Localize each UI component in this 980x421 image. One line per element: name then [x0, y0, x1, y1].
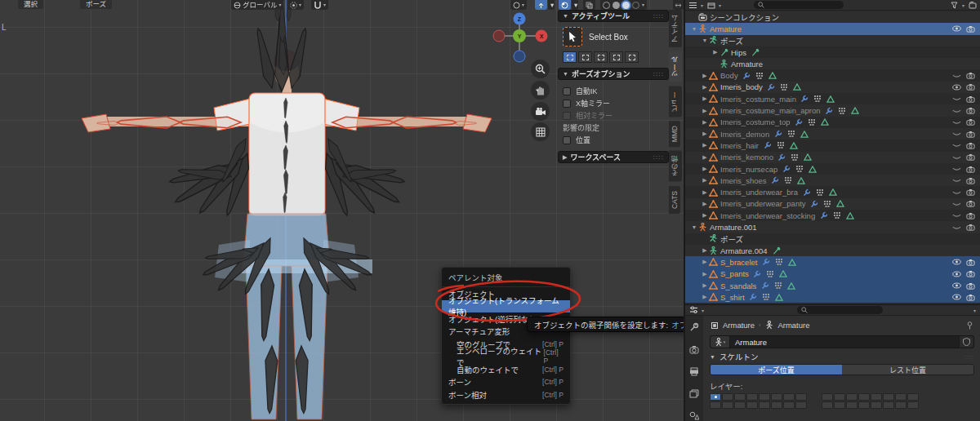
- layer-cell[interactable]: [710, 393, 721, 401]
- checkbox[interactable]: [563, 100, 571, 108]
- outliner-item-name[interactable]: ポーズ: [720, 35, 743, 47]
- sidebar-tab-ビュー[interactable]: ビュー: [669, 86, 682, 117]
- eye-closed-icon[interactable]: [952, 223, 961, 232]
- outliner-item-name[interactable]: Armature.004: [720, 246, 768, 255]
- eye-closed-icon[interactable]: [952, 117, 961, 126]
- eye-closed-icon[interactable]: [952, 141, 961, 150]
- outliner-item-name[interactable]: Armature: [731, 60, 763, 69]
- render-visibility-camera-icon[interactable]: [966, 24, 975, 33]
- camera-view-button[interactable]: [531, 102, 550, 121]
- outliner-row[interactable]: ▶Imeris_underwear_stocking: [685, 210, 980, 221]
- render-visibility-camera-icon[interactable]: [966, 199, 975, 208]
- outliner-row[interactable]: ▶Imeris_costume_main: [685, 93, 980, 104]
- outliner-item-name[interactable]: S_pants: [720, 269, 749, 278]
- layer-cell[interactable]: [871, 401, 882, 409]
- checkbox-row[interactable]: 自動IK: [563, 85, 664, 97]
- properties-tab-view-layer[interactable]: [689, 387, 699, 401]
- layer-cell[interactable]: [822, 393, 833, 401]
- snap-dropdown[interactable]: ▾: [311, 0, 328, 10]
- properties-options-caret[interactable]: ▾: [973, 308, 976, 313]
- disclosure-toggle[interactable]: ▶: [701, 247, 709, 254]
- render-visibility-camera-icon[interactable]: [966, 165, 975, 174]
- outliner-row[interactable]: ▼Armature.001: [685, 221, 980, 233]
- disclosure-toggle[interactable]: ▶: [701, 131, 709, 137]
- disclosure-toggle[interactable]: ▶: [701, 271, 709, 277]
- disclosure-toggle[interactable]: ▶: [701, 201, 709, 207]
- outliner-row[interactable]: ポーズ: [685, 233, 980, 245]
- layer-cell[interactable]: [795, 401, 807, 409]
- transform-orientation-dropdown[interactable]: グローバル▾: [231, 0, 283, 10]
- layer-cell[interactable]: [746, 401, 758, 409]
- eye-open-icon[interactable]: [952, 258, 961, 267]
- render-visibility-camera-icon[interactable]: [966, 258, 975, 267]
- grid-ortho-button[interactable]: [531, 122, 550, 141]
- outliner-item-name[interactable]: S_bracelet: [720, 258, 757, 267]
- pivot-point-dropdown[interactable]: ▾: [287, 0, 304, 10]
- eye-closed-icon[interactable]: [952, 153, 961, 162]
- outliner-row[interactable]: ▶Imeris_body: [685, 82, 980, 93]
- render-visibility-camera-icon[interactable]: [966, 269, 975, 278]
- outliner-item-name[interactable]: Imeris_underwear_bra: [720, 188, 798, 197]
- breadcrumb-scene[interactable]: Armature: [723, 321, 755, 330]
- properties-editor-icon[interactable]: [689, 306, 698, 315]
- outliner-item-name[interactable]: Armature.001: [710, 223, 757, 232]
- layer-cell[interactable]: [722, 393, 733, 401]
- render-visibility-camera-icon[interactable]: [966, 281, 975, 290]
- eye-closed-icon[interactable]: [952, 188, 961, 197]
- render-visibility-camera-icon[interactable]: [966, 95, 975, 104]
- filter-caret[interactable]: ▾: [962, 2, 964, 8]
- eye-open-icon[interactable]: [952, 281, 961, 290]
- disclosure-toggle[interactable]: ▶: [701, 119, 709, 126]
- disclosure-toggle[interactable]: ▶: [701, 84, 709, 91]
- expand-arrows-icon[interactable]: [673, 0, 684, 10]
- layer-cell[interactable]: [834, 393, 845, 401]
- outliner-item-name[interactable]: Imeris_nursecap: [720, 165, 777, 174]
- position-checkbox[interactable]: [563, 136, 571, 144]
- gizmo-caret[interactable]: ▾: [548, 0, 555, 10]
- outliner-search-input[interactable]: [754, 1, 844, 9]
- layer-cell[interactable]: [722, 401, 733, 409]
- context-menu-item[interactable]: オブジェクト(トランスフォーム維持): [442, 300, 570, 313]
- outliner-row[interactable]: ▶Body: [685, 70, 980, 82]
- editor-type-icon[interactable]: [688, 1, 697, 10]
- layer-cell[interactable]: [783, 401, 795, 409]
- outliner-row[interactable]: ▶S_bracelet: [685, 256, 980, 268]
- layer-cell[interactable]: [858, 401, 870, 409]
- checkbox-row[interactable]: X軸ミラー: [563, 97, 664, 109]
- outliner-item-name[interactable]: Imeris_shoes: [720, 176, 767, 185]
- menu-select[interactable]: 選択: [18, 0, 43, 9]
- context-menu-item[interactable]: 自動のウェイトで[Ctrl] P: [442, 363, 570, 376]
- disclosure-toggle[interactable]: ▼: [690, 26, 698, 32]
- eye-closed-icon[interactable]: [952, 95, 961, 104]
- shading-wireframe-icon[interactable]: [603, 2, 610, 9]
- select-box-tool-icon[interactable]: [563, 27, 582, 47]
- outliner-row[interactable]: ▶Hips: [685, 47, 980, 58]
- outliner-row[interactable]: ▶S_shirt: [685, 291, 980, 303]
- layer-cell[interactable]: [834, 401, 845, 409]
- outliner-row[interactable]: ▶Imeris_costume_main_apron: [685, 104, 980, 116]
- outliner-item-name[interactable]: Imeris_underwear_panty: [720, 199, 806, 208]
- disclosure-toggle[interactable]: ▼: [690, 224, 698, 230]
- gizmo-toggle[interactable]: [535, 0, 547, 10]
- properties-search-input[interactable]: [797, 306, 883, 314]
- render-visibility-camera-icon[interactable]: [966, 188, 975, 197]
- layer-cell[interactable]: [883, 401, 894, 409]
- xray-toggle[interactable]: [583, 0, 595, 10]
- select-subtract-button[interactable]: [609, 51, 623, 63]
- proportional-edit-dropdown[interactable]: ▾: [510, 0, 527, 10]
- menu-pose[interactable]: ポーズ: [80, 0, 112, 9]
- breadcrumb-object[interactable]: Armature: [777, 321, 809, 330]
- pose-position-button[interactable]: ポーズ位置: [710, 365, 842, 374]
- new-collection-icon[interactable]: [968, 1, 977, 10]
- outliner-row[interactable]: ▼ポーズ: [685, 35, 980, 47]
- properties-tab-scene[interactable]: [689, 409, 699, 421]
- outliner-item-name[interactable]: Imeris_demon: [720, 130, 769, 139]
- properties-tab-output[interactable]: [689, 365, 699, 379]
- editor-type-caret[interactable]: ▾: [701, 2, 703, 8]
- layer-cell[interactable]: [710, 401, 721, 409]
- render-visibility-camera-icon[interactable]: [966, 223, 975, 232]
- outliner-item-name[interactable]: Armature: [710, 24, 742, 33]
- sidebar-tab-CATS[interactable]: CATS: [669, 186, 680, 214]
- overlay-caret[interactable]: ▾: [572, 0, 578, 10]
- layer-cell[interactable]: [759, 393, 770, 401]
